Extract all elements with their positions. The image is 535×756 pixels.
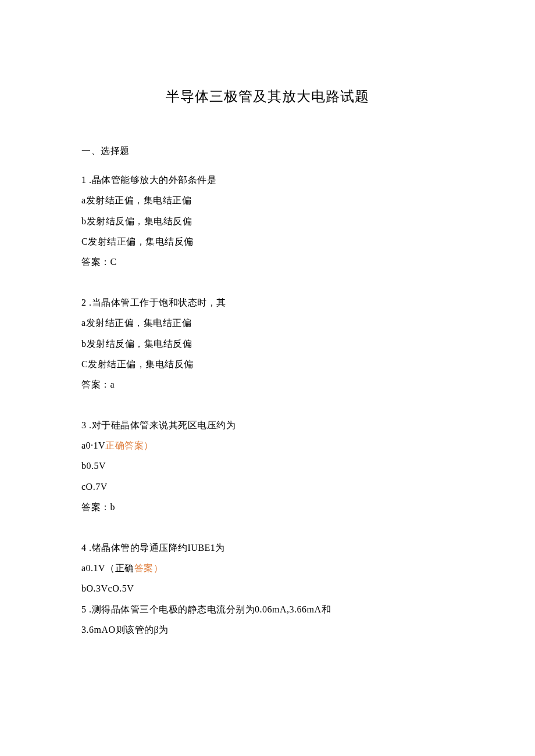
- question-2: 2 .当晶体管工作于饱和状态时，其 a发射结正偏，集电结正偏 b发射结反偏，集电…: [81, 292, 454, 395]
- q3-option-b: b0.5V: [81, 456, 454, 476]
- q4-a-prefix: a0.1V（正确: [81, 563, 134, 573]
- q4-a-highlight: 答案）: [134, 563, 163, 573]
- q3-a-prefix: a0·1V: [81, 440, 105, 450]
- q3-option-c: cO.7V: [81, 476, 454, 497]
- q1-answer: 答案：C: [81, 252, 454, 272]
- q4-option-a: a0.1V（正确答案）: [81, 558, 454, 578]
- q2-answer: 答案：a: [81, 374, 454, 395]
- q3-a-highlight: 正确答案）: [105, 440, 154, 450]
- q2-option-c: C发射结正偏，集电结反偏: [81, 354, 454, 374]
- document-title: 半导体三极管及其放大电路试题: [81, 87, 454, 106]
- q1-option-b: b发射结反偏，集电结反偏: [81, 211, 454, 231]
- question-4: 4 .锗晶体管的导通压降约IUBE1为 a0.1V（正确答案） bO.3VcO.…: [81, 538, 454, 640]
- q4-stem: 4 .锗晶体管的导通压降约IUBE1为: [81, 538, 454, 558]
- page-container: 半导体三极管及其放大电路试题 一、选择题 1 .晶体管能够放大的外部条件是 a发…: [0, 0, 535, 640]
- q1-stem: 1 .晶体管能够放大的外部条件是: [81, 170, 454, 190]
- q5-line2: 3.6mAO则该管的β为: [81, 619, 454, 640]
- q3-stem: 3 .对于硅晶体管来说其死区电压约为: [81, 415, 454, 435]
- q1-option-c: C发射结正偏，集电结反偏: [81, 231, 454, 252]
- q3-option-a: a0·1V正确答案）: [81, 435, 454, 456]
- q1-option-a: a发射结正偏，集电结正偏: [81, 190, 454, 210]
- q4-option-b: bO.3VcO.5V: [81, 578, 454, 599]
- question-1: 1 .晶体管能够放大的外部条件是 a发射结正偏，集电结正偏 b发射结反偏，集电结…: [81, 170, 454, 272]
- q2-stem: 2 .当晶体管工作于饱和状态时，其: [81, 292, 454, 313]
- question-3: 3 .对于硅晶体管来说其死区电压约为 a0·1V正确答案） b0.5V cO.7…: [81, 415, 454, 517]
- section-heading: 一、选择题: [81, 141, 454, 161]
- q2-option-b: b发射结反偏，集电结反偏: [81, 334, 454, 354]
- q5-line1: 5 .测得晶体管三个电极的静态电流分别为0.06mA,3.66mA和: [81, 599, 454, 619]
- q3-answer: 答案：b: [81, 497, 454, 517]
- q2-option-a: a发射结正偏，集电结正偏: [81, 313, 454, 333]
